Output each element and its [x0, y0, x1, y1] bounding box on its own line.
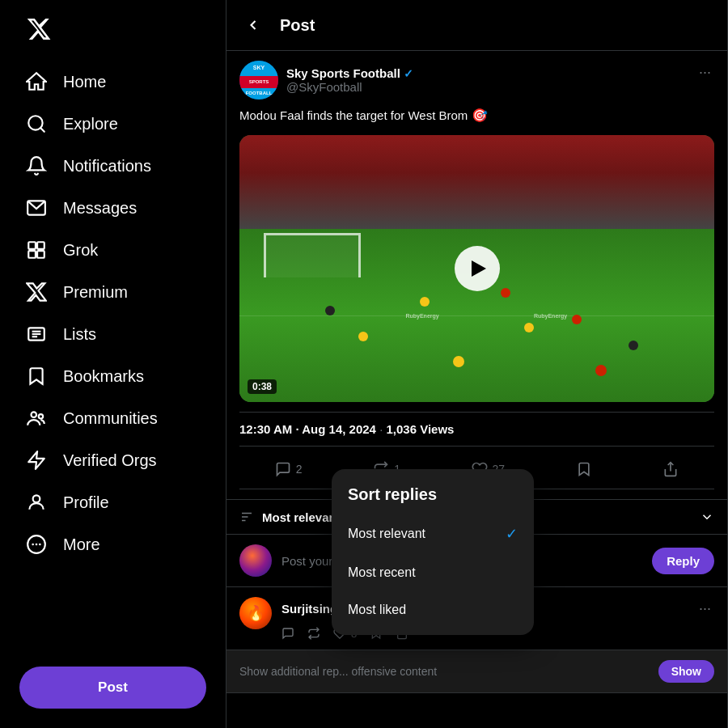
tweet-video[interactable]: RubyEnergy RubyEnergy 0:38 [239, 135, 714, 402]
tweet-author-row: SKY SPORTS FOOTBALL Sky Sports Football … [239, 61, 714, 99]
sidebar-item-lists[interactable]: Lists [13, 314, 213, 354]
avatar: SKY SPORTS FOOTBALL [239, 61, 278, 99]
sidebar-item-bookmarks[interactable]: Bookmarks [13, 356, 213, 396]
svg-marker-13 [28, 451, 44, 469]
verified-badge: ✓ [404, 67, 413, 80]
show-more-text: Show additional rep... offensive content [239, 665, 437, 678]
page-title: Post [280, 16, 315, 35]
sidebar-label-bookmarks: Bookmarks [63, 367, 144, 386]
sidebar-label-messages: Messages [63, 199, 137, 218]
sidebar-item-home[interactable]: Home [13, 61, 213, 102]
author-details: Sky Sports Football ✓ @SkyFootball [286, 66, 413, 94]
goalpost [264, 233, 361, 277]
sidebar-item-premium[interactable]: Premium [13, 272, 213, 312]
mail-icon [26, 197, 47, 218]
svg-point-11 [32, 412, 37, 417]
tweet-author-info: SKY SPORTS FOOTBALL Sky Sports Football … [239, 61, 413, 99]
profile-icon [26, 492, 47, 513]
x-logo[interactable] [13, 6, 213, 55]
crowd-area [239, 135, 714, 229]
post-button[interactable]: Post [19, 667, 206, 709]
comment-reply-action[interactable] [281, 627, 294, 640]
tweet-text: Modou Faal finds the target for West Bro… [239, 106, 714, 125]
tweet-body: SKY SPORTS FOOTBALL Sky Sports Football … [226, 51, 727, 500]
chevron-down-icon [700, 510, 714, 524]
back-button[interactable] [239, 11, 267, 39]
communities-icon [26, 408, 47, 429]
svg-point-18 [39, 544, 41, 546]
sidebar-item-grok[interactable]: Grok [13, 230, 213, 270]
filter-label: Most relevant [262, 510, 341, 524]
comment-more-btn[interactable]: ··· [696, 597, 714, 620]
tweet-emoji: 🎯 [472, 108, 488, 122]
play-button[interactable] [455, 246, 500, 291]
sort-dropdown[interactable]: Sort replies Most relevant ✓ Most recent… [332, 469, 534, 635]
show-button[interactable]: Show [658, 660, 714, 683]
sidebar-nav: Home Explore Notifications Messages [13, 61, 213, 654]
bell-icon [26, 155, 47, 176]
lists-icon [26, 324, 47, 345]
sort-option-most-liked[interactable]: Most liked [332, 591, 534, 629]
comment-retweet-action[interactable] [307, 627, 320, 640]
sidebar-item-verified-orgs[interactable]: Verified Orgs [13, 440, 213, 480]
sidebar-item-notifications[interactable]: Notifications [13, 146, 213, 186]
verified-orgs-icon [26, 450, 47, 471]
svg-line-1 [40, 128, 44, 132]
sidebar-label-premium: Premium [63, 283, 128, 302]
grok-icon [26, 239, 47, 260]
bookmark-icon [26, 366, 47, 387]
main-content: Post SKY SPORTS FOOTBALL Sky Sports Foot… [226, 0, 728, 728]
sidebar-label-explore: Explore [63, 115, 118, 133]
post-page-header: Post [226, 0, 727, 51]
svg-point-12 [39, 414, 43, 418]
svg-point-14 [33, 495, 40, 502]
sidebar-label-lists: Lists [63, 325, 96, 344]
sidebar-label-more: More [63, 535, 100, 554]
sidebar-label-home: Home [63, 73, 106, 91]
search-icon [26, 113, 47, 134]
sidebar-item-messages[interactable]: Messages [13, 188, 213, 228]
sidebar-item-more[interactable]: More [13, 524, 213, 565]
sort-title: Sort replies [332, 485, 534, 514]
more-icon [26, 534, 47, 555]
svg-point-16 [32, 544, 34, 546]
author-handle: @SkyFootball [286, 80, 413, 94]
share-action[interactable] [654, 456, 687, 482]
filter-label-area: Most relevant [239, 510, 341, 524]
sort-option-most-relevant[interactable]: Most relevant ✓ [332, 514, 534, 554]
sidebar-item-communities[interactable]: Communities [13, 398, 213, 438]
sort-check-most-relevant: ✓ [506, 525, 518, 543]
svg-point-17 [36, 544, 38, 546]
sidebar-label-notifications: Notifications [63, 157, 151, 176]
svg-rect-6 [37, 251, 44, 258]
user-avatar [239, 544, 272, 577]
sidebar-item-profile[interactable]: Profile [13, 482, 213, 523]
bookmark-action[interactable] [568, 456, 600, 482]
play-icon [472, 260, 486, 277]
reply-button[interactable]: Reply [652, 548, 714, 574]
tweet-more-button[interactable]: ··· [696, 61, 714, 84]
x-premium-icon [26, 281, 47, 303]
sidebar-label-grok: Grok [63, 241, 98, 260]
comment-avatar: 🔥 [239, 597, 272, 629]
reply-action[interactable]: 2 [267, 456, 311, 482]
tweet-timestamp: 12:30 AM · Aug 14, 2024 · 1,036 Views [239, 412, 714, 447]
svg-rect-3 [28, 242, 36, 249]
author-name: Sky Sports Football ✓ [286, 66, 413, 80]
show-more-bar: Show additional rep... offensive content… [226, 650, 727, 693]
video-duration: 0:38 [248, 379, 277, 394]
sidebar: Home Explore Notifications Messages [0, 0, 226, 728]
sidebar-label-profile: Profile [63, 493, 109, 512]
home-icon [26, 71, 47, 92]
svg-rect-4 [37, 242, 44, 249]
sidebar-label-verified-orgs: Verified Orgs [63, 451, 157, 470]
svg-rect-5 [28, 251, 36, 258]
sidebar-label-communities: Communities [63, 409, 158, 428]
sort-option-most-recent[interactable]: Most recent [332, 554, 534, 591]
sidebar-item-explore[interactable]: Explore [13, 104, 213, 144]
